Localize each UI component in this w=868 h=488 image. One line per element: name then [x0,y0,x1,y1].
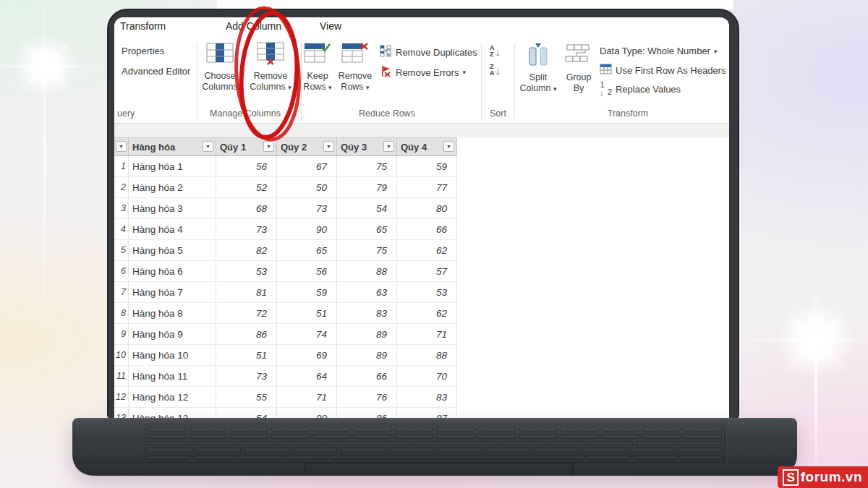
value-cell[interactable]: 74 [277,324,337,344]
remove-duplicates-button[interactable]: Remove Duplicates [380,45,477,59]
product-name-cell[interactable]: Hàng hóa 8 [129,303,216,323]
value-cell[interactable]: 81 [216,282,277,302]
product-name-cell[interactable]: Hàng hóa 12 [129,387,216,407]
tab-transform[interactable]: Transform [120,20,166,32]
filter-button[interactable]: ▼ [116,141,127,152]
value-cell[interactable]: 79 [337,177,397,197]
row-number-cell[interactable]: 1 [114,156,129,176]
filter-button[interactable]: ▼ [443,141,454,152]
value-cell[interactable]: 73 [216,219,277,239]
properties-button[interactable]: Properties [122,46,164,56]
use-first-row-button[interactable]: Use First Row As Headers ▾ [600,64,729,77]
value-cell[interactable]: 82 [216,240,277,260]
value-cell[interactable]: 67 [277,156,337,176]
product-name-cell[interactable]: Hàng hóa 10 [129,345,216,365]
value-cell[interactable]: 75 [337,240,397,260]
column-header[interactable]: Qúy 3 ▼ [337,138,397,155]
value-cell[interactable]: 70 [397,366,457,386]
value-cell[interactable]: 69 [277,345,337,365]
value-cell[interactable]: 62 [397,303,457,323]
product-name-cell[interactable]: Hàng hóa 11 [129,366,216,386]
remove-errors-button[interactable]: Remove Errors ▾ [380,65,466,80]
row-number-cell[interactable]: 8 [114,303,129,323]
value-cell[interactable]: 51 [216,345,277,365]
advanced-editor-button[interactable]: Advanced Editor [122,66,190,77]
value-cell[interactable]: 73 [216,366,277,386]
value-cell[interactable]: 54 [337,198,397,218]
keep-rows-button[interactable]: Keep Rows ▾ [297,42,338,93]
group-by-button[interactable]: Group By [556,42,602,94]
value-cell[interactable]: 66 [397,219,457,239]
filter-button[interactable]: ▼ [383,141,394,152]
value-cell[interactable]: 68 [216,198,277,218]
row-number-cell[interactable]: 5 [114,240,129,260]
value-cell[interactable]: 53 [397,282,457,302]
value-cell[interactable]: 62 [397,240,457,260]
value-cell[interactable]: 55 [216,387,277,407]
row-number-cell[interactable]: 4 [114,219,129,239]
value-cell[interactable]: 59 [277,282,337,302]
filter-button[interactable]: ▼ [323,141,334,152]
choose-columns-button[interactable]: Choose Columns [197,42,243,93]
value-cell[interactable]: 89 [337,345,397,365]
value-cell[interactable]: 51 [277,303,337,323]
value-cell[interactable]: 66 [337,366,397,386]
filter-button[interactable]: ▼ [203,141,213,152]
value-cell[interactable]: 56 [216,156,277,176]
value-cell[interactable]: 71 [397,324,457,344]
product-name-cell[interactable]: Hàng hóa 1 [129,156,216,176]
product-name-cell[interactable]: Hàng hóa 9 [129,324,216,344]
value-cell[interactable]: 64 [277,366,337,386]
value-cell[interactable]: 86 [216,324,277,344]
product-name-cell[interactable]: Hàng hóa 4 [129,219,216,239]
value-cell[interactable]: 65 [277,240,337,260]
remove-rows-button[interactable]: Remove Rows ▾ [335,42,375,93]
column-header[interactable]: Hàng hóa ▼ [129,138,216,155]
value-cell[interactable]: 57 [397,261,457,281]
row-number-cell[interactable]: 12 [114,387,129,407]
value-cell[interactable]: 83 [337,303,397,323]
value-cell[interactable]: 88 [397,345,457,365]
value-cell[interactable]: 83 [397,387,457,407]
sort-descending-button[interactable]: ZA ↓ [490,62,501,78]
tab-view[interactable]: View [320,20,341,32]
filter-button[interactable]: ▼ [263,141,274,152]
row-number-cell[interactable]: 6 [114,261,129,281]
column-header[interactable]: Qúy 1 ▼ [216,138,277,155]
value-cell[interactable]: 63 [337,282,397,302]
split-column-button[interactable]: Split Column ▾ [515,42,561,95]
value-cell[interactable]: 88 [337,261,397,281]
replace-values-button[interactable]: 1 ↓ 2 Replace Values [600,82,681,95]
value-cell[interactable]: 73 [277,198,337,218]
product-name-cell[interactable]: Hàng hóa 2 [129,177,216,197]
value-cell[interactable]: 76 [337,387,397,407]
row-number-cell[interactable]: 10 [114,345,129,365]
product-name-cell[interactable]: Hàng hóa 6 [129,261,216,281]
value-cell[interactable]: 75 [337,156,397,176]
data-type-button[interactable]: Data Type: Whole Number ▾ [600,46,717,56]
tab-add-column[interactable]: Add Column [226,20,281,32]
value-cell[interactable]: 52 [216,177,277,197]
value-cell[interactable]: 59 [397,156,457,176]
column-header[interactable]: Qúy 2 ▼ [277,138,337,155]
column-header[interactable]: Qúy 4 ▼ [397,138,457,155]
row-number-cell[interactable]: 7 [114,282,129,302]
product-name-cell[interactable]: Hàng hóa 7 [129,282,216,302]
value-cell[interactable]: 56 [277,261,337,281]
value-cell[interactable]: 50 [277,177,337,197]
value-cell[interactable]: 71 [277,387,337,407]
value-cell[interactable]: 77 [397,177,457,197]
value-cell[interactable]: 65 [337,219,397,239]
value-cell[interactable]: 80 [397,198,457,218]
product-name-cell[interactable]: Hàng hóa 5 [129,240,216,260]
value-cell[interactable]: 89 [337,324,397,344]
row-number-cell[interactable]: 9 [114,324,129,344]
row-number-cell[interactable]: 3 [114,198,129,218]
product-name-cell[interactable]: Hàng hóa 3 [129,198,216,218]
row-number-cell[interactable]: 11 [114,366,129,386]
remove-columns-button[interactable]: Remove Columns ▾ [247,42,294,93]
sort-ascending-button[interactable]: AZ ↓ [490,43,501,59]
value-cell[interactable]: 90 [277,219,337,239]
row-number-cell[interactable]: 2 [114,177,129,197]
value-cell[interactable]: 72 [216,303,277,323]
